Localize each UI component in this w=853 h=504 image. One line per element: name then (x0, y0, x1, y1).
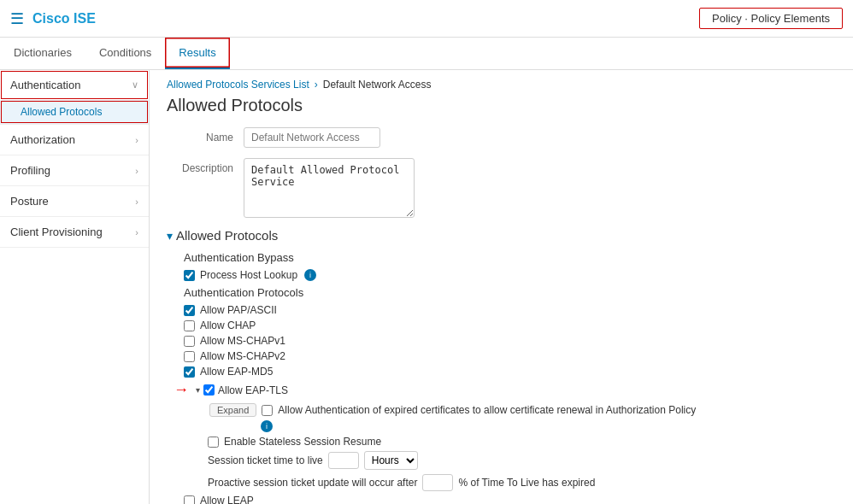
allow-chap-label: Allow CHAP (200, 319, 256, 331)
proactive-value-input[interactable]: 90 (422, 474, 453, 491)
sidebar-profiling-header[interactable]: Profiling › (0, 155, 149, 185)
section-collapse-arrow[interactable]: ▾ (167, 229, 173, 243)
cert-renewal-checkbox[interactable] (262, 405, 273, 416)
description-textarea[interactable]: Default Allowed Protocol Service (244, 158, 415, 218)
cert-renewal-label: Allow Authentication of expired certific… (278, 404, 696, 416)
hamburger-menu[interactable]: ☰ (10, 9, 24, 28)
allow-eap-tls-row: → ▾ Allow EAP-TLS (167, 379, 836, 401)
sidebar-client-provisioning-label: Client Provisioning (10, 226, 103, 238)
stateless-session-label: Enable Stateless Session Resume (224, 436, 381, 448)
allow-chap-checkbox[interactable] (184, 320, 195, 331)
proactive-label: Proactive session ticket update will occ… (208, 477, 417, 489)
allow-pap-ascii-row: Allow PAP/ASCII (167, 302, 836, 318)
tab-conditions[interactable]: Conditions (85, 38, 165, 69)
name-label: Name (167, 127, 244, 144)
allow-eap-tls-checkbox[interactable] (203, 384, 215, 396)
sidebar-section-authorization: Authorization › (0, 125, 149, 155)
description-label: Description (167, 158, 244, 174)
allow-ms-chapv1-checkbox[interactable] (184, 336, 195, 347)
sidebar-section-posture: Posture › (0, 186, 149, 217)
session-time-input[interactable]: 2 (328, 452, 359, 469)
sidebar-authentication-label: Authentication (10, 79, 80, 91)
top-bar: ☰ Cisco ISE Policy · Policy Elements (0, 0, 853, 38)
process-host-lookup-checkbox[interactable] (184, 270, 195, 281)
allow-leap-row: Allow LEAP (167, 493, 836, 504)
info-icon-host-lookup: i (304, 269, 316, 281)
proactive-row: Proactive session ticket update will occ… (167, 472, 836, 493)
session-unit-select[interactable]: Hours (364, 451, 418, 470)
info-icon-cert: i (261, 420, 273, 432)
auth-bypass-title: Authentication Bypass (184, 251, 836, 264)
chevron-right-icon: › (135, 135, 138, 145)
allow-leap-label: Allow LEAP (200, 495, 254, 504)
tab-results[interactable]: Results (165, 38, 229, 69)
allow-ms-chapv2-label: Allow MS-CHAPv2 (200, 350, 285, 362)
expand-button[interactable]: Expand (209, 403, 256, 417)
name-row: Name (167, 127, 836, 148)
eap-tls-expand-arrow[interactable]: ▾ (196, 385, 200, 395)
stateless-session-row: Enable Stateless Session Resume (167, 434, 836, 449)
breadcrumb-link[interactable]: Allowed Protocols Services List (167, 79, 309, 91)
sidebar-section-authentication: Authentication ∨ Allowed Protocols (0, 70, 149, 125)
tab-dictionaries[interactable]: Dictionaries (0, 38, 85, 69)
allowed-protocols-section-label: Allowed Protocols (176, 228, 278, 243)
breadcrumb-current: Default Network Access (323, 79, 432, 91)
tab-bar: Dictionaries Conditions Results (0, 38, 853, 70)
main-layout: Authentication ∨ Allowed Protocols Autho… (0, 70, 853, 504)
content-area: Allowed Protocols Services List › Defaul… (150, 70, 853, 504)
chevron-right-icon2: › (135, 166, 138, 176)
sidebar-authorization-label: Authorization (10, 133, 75, 146)
session-time-label: Session ticket time to live (208, 454, 323, 466)
allow-eap-md5-label: Allow EAP-MD5 (200, 366, 273, 378)
eap-tls-expand-row: Expand Allow Authentication of expired c… (167, 401, 836, 419)
sidebar-profiling-label: Profiling (10, 164, 50, 177)
process-host-lookup-row: Process Host Lookup i (167, 267, 836, 283)
chevron-right-icon4: › (135, 227, 138, 237)
sidebar-section-profiling: Profiling › (0, 155, 149, 186)
sidebar-section-client-provisioning: Client Provisioning › (0, 217, 149, 248)
allow-eap-md5-checkbox[interactable] (184, 366, 195, 378)
breadcrumb-separator: › (315, 79, 318, 91)
chevron-right-icon3: › (135, 196, 138, 207)
sidebar: Authentication ∨ Allowed Protocols Autho… (0, 70, 150, 504)
page-title: Allowed Protocols (167, 96, 836, 115)
stateless-session-checkbox[interactable] (208, 437, 219, 448)
name-input[interactable] (244, 127, 380, 148)
sidebar-posture-label: Posture (10, 195, 49, 208)
allow-leap-checkbox[interactable] (184, 495, 195, 505)
chevron-down-icon: ∨ (132, 79, 138, 91)
policy-header: Policy · Policy Elements (699, 8, 843, 29)
description-row: Description Default Allowed Protocol Ser… (167, 158, 836, 218)
sidebar-authentication-items: Allowed Protocols (0, 100, 149, 124)
proactive-suffix: % of Time To Live has expired (458, 477, 595, 489)
red-arrow-indicator: → (174, 381, 189, 399)
sidebar-item-allowed-protocols[interactable]: Allowed Protocols (0, 100, 149, 124)
allow-ms-chapv2-row: Allow MS-CHAPv2 (167, 349, 836, 364)
allow-ms-chapv2-checkbox[interactable] (184, 351, 195, 362)
auth-protocols-title: Authentication Protocols (184, 286, 836, 299)
sidebar-authentication-header[interactable]: Authentication ∨ (0, 70, 149, 100)
policy-header-text: Policy · Policy Elements (712, 12, 830, 25)
allow-chap-row: Allow CHAP (167, 318, 836, 333)
breadcrumb: Allowed Protocols Services List › Defaul… (167, 70, 836, 96)
allow-eap-md5-row: Allow EAP-MD5 (167, 364, 836, 379)
allow-ms-chapv1-label: Allow MS-CHAPv1 (200, 335, 285, 347)
allow-ms-chapv1-row: Allow MS-CHAPv1 (167, 333, 836, 349)
sidebar-posture-header[interactable]: Posture › (0, 186, 149, 216)
cisco-logo: Cisco ISE (32, 11, 96, 26)
process-host-lookup-label: Process Host Lookup (200, 269, 297, 281)
allow-pap-ascii-label: Allow PAP/ASCII (200, 304, 277, 316)
allowed-protocols-section-header: ▾ Allowed Protocols (167, 228, 836, 243)
session-time-row: Session ticket time to live 2 Hours (167, 449, 836, 472)
sidebar-client-provisioning-header[interactable]: Client Provisioning › (0, 217, 149, 247)
allow-eap-tls-label: Allow EAP-TLS (218, 384, 288, 396)
sidebar-authorization-header[interactable]: Authorization › (0, 125, 149, 155)
allow-pap-ascii-checkbox[interactable] (184, 305, 195, 316)
